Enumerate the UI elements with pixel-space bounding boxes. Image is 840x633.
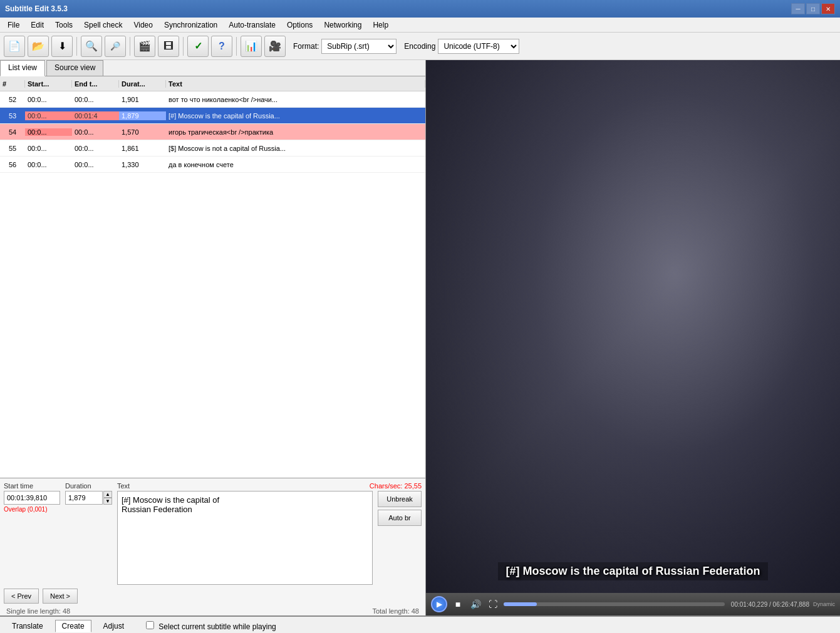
video-display: [#] Moscow is the capital of Russian Fed… xyxy=(426,60,840,593)
download-button[interactable]: ⬇ xyxy=(51,36,73,57)
menu-options[interactable]: Options xyxy=(282,19,318,31)
menu-bar: File Edit Tools Spell check Video Synchr… xyxy=(0,18,840,33)
time-display: 00:01:40,229 / 06:26:47,888 xyxy=(731,601,809,608)
start-time-label: Start time xyxy=(4,482,60,490)
tab-source-view[interactable]: Source view xyxy=(46,60,103,76)
text-group: Text Chars/sec: 25,55 [#] Moscow is the … xyxy=(117,482,422,585)
toolbar: 📄 📂 ⬇ 🔍 🔎 🎬 🎞 ✓ ? 📊 🎥 Format: SubRip (.s… xyxy=(0,33,840,60)
separator-2 xyxy=(130,37,130,56)
progress-bar[interactable] xyxy=(504,602,725,606)
unbreak-button[interactable]: Unbreak xyxy=(378,491,422,507)
menu-edit[interactable]: Edit xyxy=(26,19,49,31)
subtitle-text-input[interactable]: [#] Moscow is the capital of Russian Fed… xyxy=(117,491,373,585)
menu-spellcheck[interactable]: Spell check xyxy=(79,19,127,31)
right-panel: [#] Moscow is the capital of Russian Fed… xyxy=(426,60,840,615)
stop-button[interactable]: ■ xyxy=(451,597,465,611)
video-area: [#] Moscow is the capital of Russian Fed… xyxy=(426,60,840,593)
duration-up[interactable]: ▲ xyxy=(103,491,112,498)
duration-down[interactable]: ▼ xyxy=(103,498,112,505)
menu-file[interactable]: File xyxy=(3,19,24,31)
menu-video[interactable]: Video xyxy=(128,19,157,31)
play-button[interactable]: ▶ xyxy=(431,596,447,612)
tab-adjust[interactable]: Adjust xyxy=(96,620,131,632)
search-button[interactable]: 🔍 xyxy=(81,36,102,57)
title-bar: Subtitle Edit 3.5.3 ─ □ ✕ xyxy=(0,0,840,18)
total-length: Total length: 48 xyxy=(372,607,419,615)
maximize-button[interactable]: □ xyxy=(806,3,820,14)
col-end: End t... xyxy=(72,80,119,88)
duration-group: Duration ▲ ▼ xyxy=(65,482,112,505)
bottom-toolbar: Translate Create Adjust Select current s… xyxy=(0,617,840,633)
text-buttons: Unbreak Auto br xyxy=(378,491,422,585)
text-container: [#] Moscow is the capital of Russian Fed… xyxy=(117,491,422,585)
next-button[interactable]: Next > xyxy=(43,589,78,604)
select-while-playing-label: Select current subtitle while playing xyxy=(158,622,276,631)
format-label: Format: xyxy=(293,42,319,51)
search2-button[interactable]: 🔎 xyxy=(105,36,126,57)
edit-nav: < Prev Next > xyxy=(4,589,422,604)
menu-autotranslate[interactable]: Auto-translate xyxy=(224,19,281,31)
encoding-label: Encoding xyxy=(404,42,435,51)
menu-networking[interactable]: Networking xyxy=(319,19,366,31)
list-row-selected[interactable]: 53 00:0... 00:01:4 1,879 [#] Moscow is t… xyxy=(0,108,425,124)
edit-area: Start time Overlap (0,001) Duration ▲ ▼ xyxy=(0,478,425,615)
video-subtitle-overlay: [#] Moscow is the capital of Russian Fed… xyxy=(498,562,767,580)
encoding-select[interactable]: Unicode (UTF-8) xyxy=(438,39,519,54)
start-time-input[interactable] xyxy=(4,491,60,505)
new-button[interactable]: 📄 xyxy=(4,36,25,57)
duration-input[interactable] xyxy=(65,491,103,505)
prev-button[interactable]: < Prev xyxy=(4,589,39,604)
menu-help[interactable]: Help xyxy=(368,19,393,31)
select-while-playing-checkbox[interactable] xyxy=(146,621,154,629)
progress-fill xyxy=(504,602,537,606)
tab-create[interactable]: Create xyxy=(55,620,91,632)
volume-button[interactable]: 🔊 xyxy=(469,597,482,611)
menu-synchronization[interactable]: Synchronization xyxy=(159,19,222,31)
tab-list-view[interactable]: List view xyxy=(0,60,45,76)
list-row[interactable]: 56 00:0... 00:0... 1,330 да в конечном с… xyxy=(0,157,425,173)
open-button[interactable]: 📂 xyxy=(28,36,49,57)
col-start: Start... xyxy=(25,80,72,88)
menu-tools[interactable]: Tools xyxy=(50,19,78,31)
list-row[interactable]: 55 00:0... 00:0... 1,861 [$] Moscow is n… xyxy=(0,140,425,157)
select-checkbox-area: Select current subtitle while playing xyxy=(146,621,276,631)
start-time-group: Start time Overlap (0,001) xyxy=(4,482,60,513)
close-button[interactable]: ✕ xyxy=(821,3,835,14)
chars-sec: Chars/sec: 25,55 xyxy=(370,482,422,490)
dynamic-label: Dynamic xyxy=(813,601,835,607)
overlap-label: Overlap (0,001) xyxy=(4,506,60,513)
format-select[interactable]: SubRip (.srt) xyxy=(321,39,397,54)
subtitle-list: # Start... End t... Durat... Text 52 00:… xyxy=(0,76,425,478)
single-line-length: Single line length: 48 xyxy=(6,607,70,615)
tab-bar: List view Source view xyxy=(0,60,425,76)
tab-translate[interactable]: Translate xyxy=(5,620,50,632)
edit-top: Start time Overlap (0,001) Duration ▲ ▼ xyxy=(4,482,422,585)
text-label: Text xyxy=(117,482,130,490)
help-toolbar-button[interactable]: ? xyxy=(211,36,232,57)
col-text: Text xyxy=(166,80,425,88)
col-dur: Durat... xyxy=(119,80,166,88)
minimize-button[interactable]: ─ xyxy=(791,3,805,14)
footer-lengths: Single line length: 48 Total length: 48 xyxy=(4,606,422,616)
separator-1 xyxy=(76,37,77,56)
list-body: 52 00:0... 00:0... 1,901 вот то что нико… xyxy=(0,91,425,478)
left-panel: List view Source view # Start... End t..… xyxy=(0,60,426,615)
text-header: Text Chars/sec: 25,55 xyxy=(117,482,422,490)
duration-label: Duration xyxy=(65,482,112,490)
list-row-overlap[interactable]: 54 00:0... 00:0... 1,570 игорь трагическ… xyxy=(0,124,425,140)
auto-br-button[interactable]: Auto br xyxy=(378,510,422,526)
check-button[interactable]: ✓ xyxy=(187,36,209,57)
video2-button[interactable]: 🎥 xyxy=(264,36,286,57)
separator-3 xyxy=(183,37,184,56)
main-area: List view Source view # Start... End t..… xyxy=(0,60,840,615)
app-title: Subtitle Edit 3.5.3 xyxy=(5,4,68,13)
waveform-button[interactable]: 📊 xyxy=(241,36,262,57)
list-header: # Start... End t... Durat... Text xyxy=(0,76,425,91)
list-row[interactable]: 52 00:0... 00:0... 1,901 вот то что нико… xyxy=(0,91,425,108)
fullscreen-button[interactable]: ⛶ xyxy=(486,597,500,611)
clap-button[interactable]: 🎞 xyxy=(158,36,179,57)
duration-wrap: ▲ ▼ xyxy=(65,491,112,505)
col-num: # xyxy=(0,80,25,88)
separator-4 xyxy=(236,37,237,56)
video-button[interactable]: 🎬 xyxy=(134,36,155,57)
